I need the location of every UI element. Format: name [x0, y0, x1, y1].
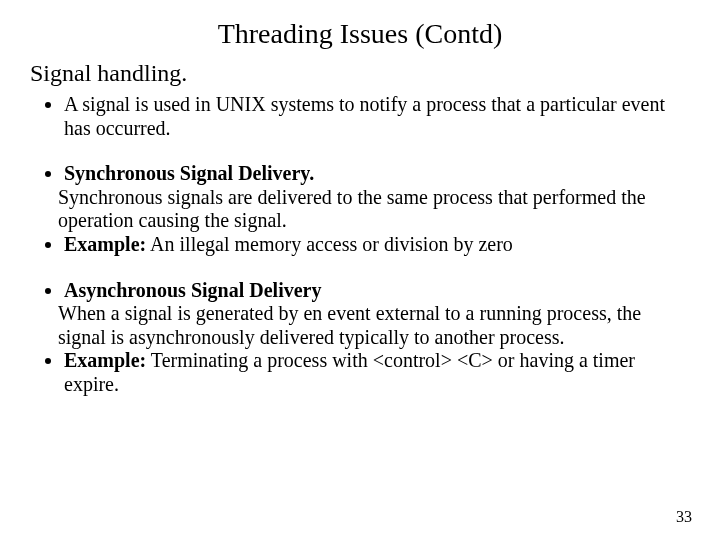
slide-subheading: Signal handling.: [30, 60, 690, 87]
bullet-text: Synchronous signals are delivered to the…: [58, 186, 690, 233]
bullet-text: An illegal memory access or division by …: [146, 233, 513, 255]
page-number: 33: [676, 508, 692, 526]
bullet-item: A signal is used in UNIX systems to noti…: [64, 93, 690, 140]
slide-title: Threading Issues (Contd): [30, 18, 690, 50]
bullet-item: Example: Terminating a process with <con…: [64, 349, 690, 396]
bullet-label: Example:: [64, 349, 146, 371]
bullet-label: Example:: [64, 233, 146, 255]
bullet-item: Synchronous Signal Delivery. Synchronous…: [64, 162, 690, 233]
slide: Threading Issues (Contd) Signal handling…: [0, 0, 720, 540]
bullet-heading: Synchronous Signal Delivery.: [64, 162, 314, 184]
bullet-heading: Asynchronous Signal Delivery: [64, 279, 321, 301]
bullet-text: When a signal is generated by en event e…: [58, 302, 690, 349]
bullet-list: A signal is used in UNIX systems to noti…: [30, 93, 690, 397]
bullet-text: Terminating a process with <control> <C>…: [64, 349, 635, 395]
bullet-text: A signal is used in UNIX systems to noti…: [64, 93, 665, 139]
bullet-item: Example: An illegal memory access or div…: [64, 233, 690, 257]
bullet-item: Asynchronous Signal Delivery When a sign…: [64, 279, 690, 350]
